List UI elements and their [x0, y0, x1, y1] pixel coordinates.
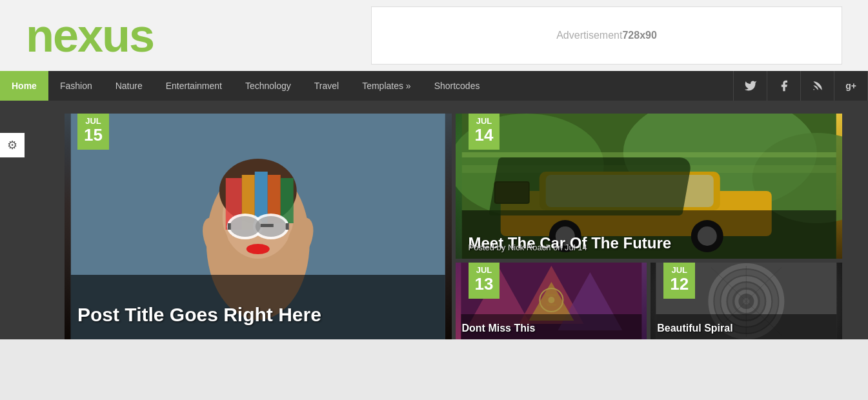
svg-point-42 [540, 288, 563, 312]
nav-item-technology[interactable]: Technology [234, 71, 303, 101]
nav-label-shortcodes: Shortcodes [434, 81, 480, 91]
right-column: JUL 14 Meet The Car Of The Future Posted… [456, 114, 843, 339]
logo-text-dark2: s [129, 10, 154, 61]
svg-rect-16 [286, 223, 289, 230]
svg-rect-14 [261, 224, 274, 227]
logo-text-dark: nex [26, 10, 102, 61]
twitter-icon[interactable] [734, 71, 767, 101]
nav-item-nature[interactable]: Nature [104, 71, 154, 101]
svg-marker-41 [529, 282, 574, 321]
nav-label-home: Home [12, 81, 37, 91]
month-label-car: JUL [476, 116, 492, 126]
nav-item-entertainment[interactable]: Entertainment [154, 71, 234, 101]
nav-label-templates: Templates » [362, 81, 410, 91]
day-label-abstract: 13 [475, 275, 494, 294]
settings-button[interactable]: ⚙ [0, 133, 25, 157]
day-label-spiral: 12 [670, 275, 689, 294]
gear-icon: ⚙ [7, 138, 17, 152]
svg-rect-30 [495, 183, 528, 203]
date-badge-car: JUL 14 [469, 114, 500, 150]
svg-text:Retro: Retro [546, 292, 556, 297]
nav-label-technology: Technology [245, 81, 291, 91]
featured-post-large[interactable]: JUL 15 Post Title Goes Right Here [65, 114, 452, 339]
svg-point-17 [247, 244, 270, 254]
car-post-subtitle: Posted by Nick Roach on Jul 14 [469, 243, 587, 259]
svg-point-53 [743, 298, 750, 305]
rss-icon[interactable] [801, 71, 834, 101]
spiral-post-title: Beautiful Spiral [657, 323, 839, 334]
advertisement-banner: Advertisement 728x90 [371, 6, 842, 65]
nav-item-travel[interactable]: Travel [303, 71, 350, 101]
svg-rect-15 [228, 223, 231, 230]
nav-label-fashion: Fashion [60, 81, 92, 91]
day-label: 15 [84, 126, 103, 145]
svg-point-49 [718, 272, 776, 330]
svg-rect-29 [494, 181, 529, 204]
svg-rect-9 [281, 178, 294, 223]
svg-marker-40 [558, 272, 622, 330]
ad-size: 728x90 [622, 30, 656, 41]
nav-items: Home Fashion Nature Entertainment Techno… [0, 71, 733, 101]
nav-label-travel: Travel [314, 81, 339, 91]
ad-label: Advertisement [556, 30, 622, 41]
header: nexus Advertisement 728x90 [0, 0, 868, 71]
nav-label-entertainment: Entertainment [166, 81, 222, 91]
logo-highlight: u [102, 10, 129, 61]
date-badge-large: JUL 15 [77, 114, 109, 150]
nav-item-home[interactable]: Home [0, 71, 48, 101]
large-post-title: Post Title Goes Right Here [65, 303, 452, 333]
svg-rect-25 [461, 152, 836, 157]
svg-point-50 [724, 279, 769, 324]
month-label: JUL [85, 116, 101, 126]
svg-rect-31 [545, 175, 713, 207]
abstract-post-title: Dont Miss This [462, 323, 644, 334]
svg-point-51 [731, 285, 763, 317]
svg-point-52 [737, 292, 756, 311]
google-plus-label: g+ [845, 81, 856, 91]
bottom-row: Retro Vector JUL 13 Dont Miss This [456, 263, 843, 339]
svg-rect-26 [461, 165, 836, 173]
post-grid: JUL 15 Post Title Goes Right Here [65, 114, 842, 339]
svg-point-43 [548, 297, 554, 303]
nav-label-nature: Nature [116, 81, 143, 91]
abstract-post-card[interactable]: Retro Vector JUL 13 Dont Miss This [456, 263, 647, 339]
content-area: ⚙ [0, 101, 868, 339]
nav-item-templates[interactable]: Templates » [350, 71, 422, 101]
date-badge-abstract: JUL 13 [469, 263, 500, 299]
svg-point-0 [813, 89, 814, 90]
day-label-car: 14 [475, 126, 494, 145]
date-badge-spiral: JUL 12 [663, 263, 695, 299]
spiral-post-card[interactable]: JUL 12 Beautiful Spiral [651, 263, 842, 339]
nav-item-fashion[interactable]: Fashion [48, 71, 104, 101]
google-plus-icon[interactable]: g+ [834, 71, 868, 101]
svg-text:Vector: Vector [546, 303, 556, 306]
month-label-abstract: JUL [476, 265, 492, 275]
svg-marker-39 [519, 266, 583, 324]
social-icons: g+ [733, 71, 868, 101]
nav-item-shortcodes[interactable]: Shortcodes [423, 71, 492, 101]
facebook-icon[interactable] [767, 71, 801, 101]
car-post-card[interactable]: JUL 14 Meet The Car Of The Future Posted… [456, 114, 843, 259]
month-label-spiral: JUL [671, 265, 687, 275]
site-logo[interactable]: nexus [26, 12, 154, 59]
main-navigation: Home Fashion Nature Entertainment Techno… [0, 71, 868, 101]
